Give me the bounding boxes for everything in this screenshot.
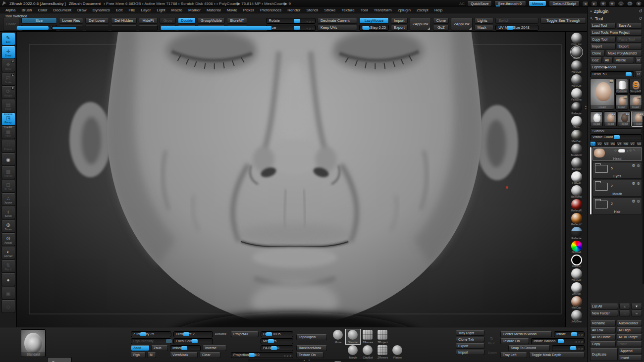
menu-item[interactable]: Texture bbox=[339, 7, 357, 13]
refresh-icon[interactable]: ↺ bbox=[639, 16, 642, 21]
left-tool-button[interactable]: ⇅ Flip V bbox=[1, 260, 15, 273]
switch-button[interactable]: Switch bbox=[495, 18, 538, 24]
menu-item[interactable]: Render bbox=[285, 7, 303, 13]
material-item[interactable]: Satin bbox=[567, 47, 586, 60]
double-button[interactable]: Double bbox=[178, 18, 196, 24]
tray-right-button[interactable]: Tray Right bbox=[456, 330, 484, 336]
rgb-button[interactable]: Rgb bbox=[131, 352, 146, 358]
heart-icon[interactable]: ♡ bbox=[637, 149, 640, 153]
move-into-button[interactable]: ⤷ bbox=[631, 310, 642, 316]
move-out-button[interactable]: → bbox=[619, 310, 630, 316]
left-tool-button[interactable]: Line Fill ▦ PolyF bbox=[1, 126, 15, 139]
left-tool-button[interactable]: ⊙ Actual bbox=[1, 233, 15, 246]
size-button[interactable]: Size bbox=[21, 18, 57, 24]
head-slider[interactable]: Head. 53 bbox=[590, 71, 634, 77]
menu-item[interactable]: File bbox=[126, 7, 138, 13]
xyz-axis-buttons[interactable]: x y z bbox=[576, 339, 583, 344]
xyz-axis-buttons[interactable]: x y z bbox=[307, 19, 314, 24]
all-low-button[interactable]: All Low bbox=[590, 327, 616, 333]
menu-item[interactable]: Color bbox=[35, 7, 50, 13]
menu-item[interactable]: Edit bbox=[113, 7, 125, 13]
zsub-button[interactable]: Zsub bbox=[151, 345, 168, 351]
copy-tool-button[interactable]: Copy Tool bbox=[590, 37, 616, 43]
visibility-tab[interactable]: V5 bbox=[616, 141, 622, 146]
divider-left-icon[interactable]: ◄ bbox=[582, 1, 589, 6]
load-tool-button[interactable]: Load Tool bbox=[590, 23, 616, 29]
texture-on-button[interactable]: Texture On bbox=[296, 352, 323, 358]
paste-tool-button[interactable]: Paste Tool bbox=[617, 37, 643, 43]
texture-on-button-2[interactable]: Texture On bbox=[500, 338, 529, 344]
size-slider[interactable]: Sizex y z bbox=[266, 25, 316, 31]
left-tool-button[interactable]: ◇ bbox=[1, 300, 15, 313]
paste-button[interactable]: Paste bbox=[617, 341, 643, 347]
export-button[interactable]: Export bbox=[617, 44, 643, 50]
menu-item[interactable]: Alpha bbox=[3, 7, 18, 13]
quick-brush[interactable]: ZRemes bbox=[361, 329, 375, 344]
eye-icon[interactable]: ⊙ bbox=[637, 163, 640, 168]
append-button[interactable]: Append bbox=[619, 348, 643, 354]
visibility-tab[interactable]: V4 bbox=[610, 141, 616, 146]
menu-item[interactable]: Draw bbox=[75, 7, 89, 13]
menu-item[interactable]: Picker bbox=[241, 7, 257, 13]
visibility-tab[interactable]: V6 bbox=[623, 141, 629, 146]
quick-brush[interactable]: ZRemes bbox=[376, 345, 390, 360]
import-button[interactable]: Import bbox=[391, 18, 408, 24]
projectall-button[interactable]: ProjectAll bbox=[231, 331, 259, 337]
sculpt-canvas[interactable] bbox=[17, 32, 565, 327]
menu-item[interactable]: Dynamics bbox=[90, 7, 112, 13]
dist-slider[interactable]: Dist 0.0035 bbox=[261, 331, 293, 337]
quick-brush[interactable]: ClayBuil bbox=[361, 345, 375, 360]
menu-item[interactable]: Material bbox=[204, 7, 223, 13]
insert-button[interactable]: Insert bbox=[619, 355, 643, 361]
material-item[interactable]: MatCap bbox=[567, 130, 586, 144]
menu-item[interactable]: Movie bbox=[224, 7, 239, 13]
rename-button[interactable]: Rename bbox=[590, 320, 616, 326]
menu-item[interactable]: Preferences bbox=[258, 7, 284, 13]
tool-thumbnail[interactable]: 10 Head bbox=[618, 111, 631, 126]
menu-item[interactable]: Zscript bbox=[414, 7, 431, 13]
flip-v-icon[interactable]: ⇅Flip V bbox=[486, 336, 496, 345]
quick-brush[interactable]: Standar bbox=[346, 329, 360, 344]
tool-thumbnail[interactable]: S SimpleB bbox=[629, 79, 642, 94]
move-down-button[interactable]: ▼ bbox=[631, 304, 642, 310]
left-tool-button[interactable]: R ⟳ Rotate bbox=[1, 86, 15, 99]
gear-icon[interactable]: ⚙ bbox=[632, 163, 635, 168]
left-tool-button[interactable]: ⊕ Zoom bbox=[1, 220, 15, 233]
material-item[interactable]: FlatCol bbox=[567, 171, 586, 185]
goz-r-button[interactable]: R bbox=[635, 57, 642, 63]
pen-icon[interactable]: ✎ bbox=[633, 149, 636, 153]
export-button[interactable]: Export bbox=[391, 25, 408, 31]
tool-header[interactable]: ↖ Tool ↺ bbox=[590, 15, 642, 22]
export-button[interactable]: Export bbox=[456, 343, 484, 349]
half-icon[interactable]: ◑ bbox=[626, 149, 628, 153]
menu-item[interactable]: Stroke bbox=[322, 7, 338, 13]
projectionshell-slider[interactable]: ProjectionShell 0x y z bbox=[231, 352, 293, 358]
left-tool-button[interactable]: ◐ AAHalf bbox=[1, 247, 15, 259]
mini-toggle-button[interactable] bbox=[16, 26, 49, 30]
tray-left-button[interactable]: Tray Left bbox=[500, 352, 527, 358]
menu-item[interactable]: Layer bbox=[138, 7, 153, 13]
visibility-tab[interactable]: V8 bbox=[636, 141, 642, 146]
material-item[interactable]: Blinn bbox=[567, 116, 586, 130]
snap-to-ground-button[interactable]: Snap To Ground bbox=[508, 345, 550, 351]
tool-thumbnail[interactable]: 10 Head bbox=[590, 111, 603, 126]
gear-icon[interactable]: ⚙ bbox=[632, 181, 635, 186]
eye-icon[interactable]: ⊙ bbox=[637, 199, 640, 204]
material-item[interactable]: JellyBea bbox=[567, 310, 586, 324]
visibility-tab[interactable]: V2 bbox=[596, 141, 602, 146]
left-tool-button[interactable]: ▤ Floor bbox=[1, 100, 15, 112]
z-intensity-slider[interactable]: Z Intensity 25 bbox=[131, 331, 171, 337]
left-tool-button[interactable]: M ✥ Move bbox=[1, 59, 15, 72]
list-all-button[interactable]: List All bbox=[590, 304, 618, 310]
copy-button[interactable]: Copy bbox=[590, 341, 616, 347]
quick-brush[interactable]: Flatten bbox=[390, 345, 405, 360]
material-item[interactable]: Outline bbox=[567, 255, 586, 268]
left-tool-button[interactable]: ▩ Transp bbox=[1, 166, 15, 179]
hand-left-icon[interactable]: ✥ bbox=[600, 1, 606, 6]
left-tool-button[interactable]: ↕ Scroll bbox=[1, 207, 15, 219]
xyz-axis-buttons[interactable]: x y z bbox=[307, 26, 314, 31]
close-button[interactable]: ✕ bbox=[636, 1, 642, 6]
lazymouse-button[interactable]: LazyMouse bbox=[359, 18, 389, 24]
subtool-folder-row[interactable]: 5 [object Object] ⚙ ⊙ Eyes bbox=[592, 162, 642, 179]
del-lower-button[interactable]: Del Lower bbox=[85, 18, 108, 24]
